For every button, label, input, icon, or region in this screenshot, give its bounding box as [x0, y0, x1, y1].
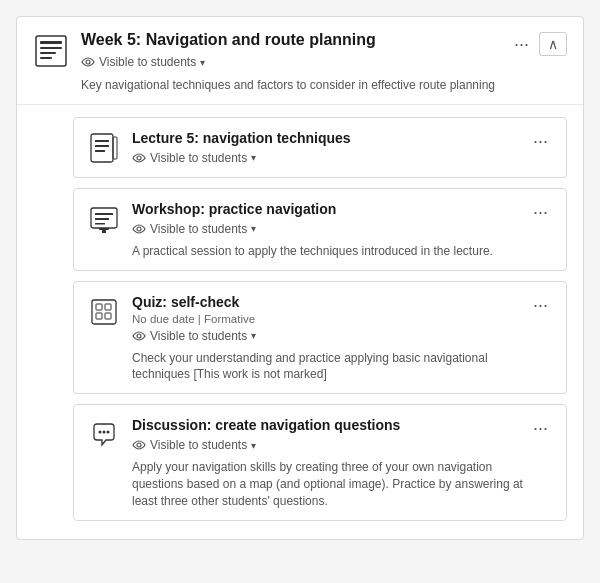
eye-icon — [132, 153, 146, 163]
discussion-more-button[interactable]: ··· — [529, 417, 552, 439]
svg-rect-17 — [102, 230, 106, 233]
discussion-visibility-chevron: ▾ — [251, 440, 256, 451]
week-visibility-label: Visible to students — [99, 55, 196, 69]
week-description: Key navigational techniques and factors … — [81, 77, 500, 94]
workshop-icon — [88, 203, 120, 235]
eye-icon — [81, 57, 95, 67]
eye-icon — [132, 331, 146, 341]
workshop-body: Workshop: practice navigation Visible to… — [132, 201, 523, 260]
quiz-more-button[interactable]: ··· — [529, 294, 552, 316]
list-item: Quiz: self-check No due date | Formative… — [73, 281, 567, 395]
list-item: Lecture 5: navigation techniques Visible… — [73, 117, 567, 178]
quiz-visibility-badge[interactable]: Visible to students ▾ — [132, 329, 256, 343]
lecture-visibility-badge[interactable]: Visible to students ▾ — [132, 151, 256, 165]
list-item: Discussion: create navigation questions … — [73, 404, 567, 520]
lecture-body: Lecture 5: navigation techniques Visible… — [132, 130, 523, 167]
svg-point-28 — [137, 443, 141, 447]
workshop-more-button[interactable]: ··· — [529, 201, 552, 223]
week-visibility-badge[interactable]: Visible to students ▾ — [81, 55, 205, 69]
svg-point-25 — [99, 431, 102, 434]
discussion-body: Discussion: create navigation questions … — [132, 417, 523, 509]
svg-point-11 — [137, 156, 141, 160]
list-item: Workshop: practice navigation Visible to… — [73, 188, 567, 271]
svg-rect-8 — [95, 145, 109, 147]
week-header: Week 5: Navigation and route planning Vi… — [17, 17, 583, 105]
lecture-more-button[interactable]: ··· — [529, 130, 552, 152]
svg-rect-2 — [40, 47, 62, 49]
lecture-title: Lecture 5: navigation techniques — [132, 130, 523, 146]
svg-rect-3 — [40, 52, 56, 54]
week-collapse-button[interactable]: ∧ — [539, 32, 567, 56]
svg-rect-23 — [105, 313, 111, 319]
discussion-icon — [88, 419, 120, 451]
workshop-visibility-label: Visible to students — [150, 222, 247, 236]
workshop-visibility-chevron: ▾ — [251, 223, 256, 234]
svg-rect-9 — [95, 150, 105, 152]
week-more-button[interactable]: ··· — [508, 31, 535, 57]
svg-rect-7 — [95, 140, 109, 142]
week-visibility-chevron: ▾ — [200, 57, 205, 68]
svg-rect-22 — [105, 304, 111, 310]
discussion-title: Discussion: create navigation questions — [132, 417, 523, 433]
lecture-icon — [88, 132, 120, 164]
discussion-description: Apply your navigation skills by creating… — [132, 459, 523, 509]
svg-point-24 — [137, 334, 141, 338]
svg-point-5 — [86, 60, 90, 64]
svg-rect-4 — [40, 57, 52, 59]
svg-rect-15 — [95, 223, 105, 225]
svg-point-27 — [107, 431, 110, 434]
quiz-body: Quiz: self-check No due date | Formative… — [132, 294, 523, 384]
discussion-visibility-label: Visible to students — [150, 438, 247, 452]
svg-rect-0 — [36, 36, 66, 66]
workshop-title: Workshop: practice navigation — [132, 201, 523, 217]
workshop-description: A practical session to apply the techniq… — [132, 243, 523, 260]
quiz-visibility-chevron: ▾ — [251, 330, 256, 341]
workshop-visibility-badge[interactable]: Visible to students ▾ — [132, 222, 256, 236]
svg-rect-1 — [40, 41, 62, 44]
svg-point-18 — [137, 227, 141, 231]
svg-rect-20 — [96, 304, 102, 310]
week-icon — [33, 33, 69, 69]
discussion-visibility-badge[interactable]: Visible to students ▾ — [132, 438, 256, 452]
quiz-title: Quiz: self-check — [132, 294, 523, 310]
svg-rect-6 — [91, 134, 113, 162]
quiz-visibility-label: Visible to students — [150, 329, 247, 343]
week-actions: ··· ∧ — [508, 31, 567, 57]
svg-point-26 — [103, 431, 106, 434]
lecture-visibility-chevron: ▾ — [251, 152, 256, 163]
week-title: Week 5: Navigation and route planning — [81, 31, 500, 49]
eye-icon — [132, 440, 146, 450]
items-container: Lecture 5: navigation techniques Visible… — [17, 105, 583, 539]
svg-rect-16 — [99, 228, 109, 230]
lecture-visibility-label: Visible to students — [150, 151, 247, 165]
svg-rect-13 — [95, 213, 113, 215]
week-content: Week 5: Navigation and route planning Vi… — [81, 31, 500, 94]
svg-rect-19 — [92, 300, 116, 324]
eye-icon — [132, 224, 146, 234]
svg-rect-14 — [95, 218, 109, 220]
quiz-meta: No due date | Formative — [132, 313, 523, 325]
week-card: Week 5: Navigation and route planning Vi… — [16, 16, 584, 540]
quiz-description: Check your understanding and practice ap… — [132, 350, 523, 384]
svg-rect-21 — [96, 313, 102, 319]
quiz-icon — [88, 296, 120, 328]
